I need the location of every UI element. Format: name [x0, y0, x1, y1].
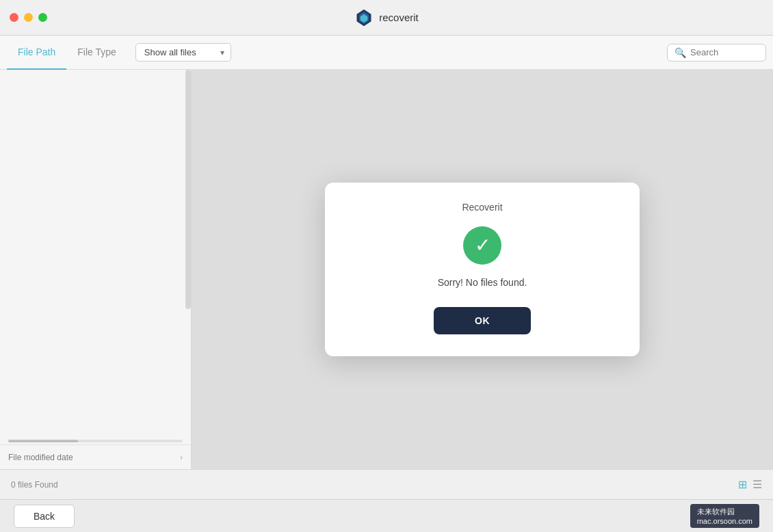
app-logo: recoverit: [354, 8, 419, 27]
sidebar-scrollbar-thumb: [8, 440, 78, 442]
app-logo-icon: [354, 8, 374, 27]
dialog-message: Sorry! No files found.: [352, 277, 612, 288]
close-button[interactable]: [10, 13, 18, 22]
content-area: Recoverit ✓ Sorry! No files found. OK: [192, 70, 773, 469]
file-modified-date-label: File modified date: [8, 453, 73, 462]
sidebar-scrollbar-track: [8, 440, 183, 442]
maximize-button[interactable]: [38, 13, 47, 22]
search-input[interactable]: [690, 47, 759, 57]
status-bar: 0 files Found ⊞ ☰: [0, 469, 773, 499]
dialog-box: Recoverit ✓ Sorry! No files found. OK: [325, 183, 640, 356]
sidebar: File modified date ›: [0, 70, 192, 469]
sidebar-scrollbar[interactable]: [185, 70, 191, 309]
watermark-text: 未来软件园mac.orsoon.com: [697, 507, 752, 525]
list-view-icon[interactable]: ☰: [752, 478, 762, 491]
search-icon: 🔍: [674, 47, 686, 58]
chevron-right-icon: ›: [180, 453, 183, 462]
sidebar-horizontal-scrollbar-container: [0, 439, 191, 443]
sidebar-footer[interactable]: File modified date ›: [0, 444, 191, 469]
filter-dropdown-wrapper[interactable]: Show all files Images Videos Audio Docum…: [135, 36, 231, 69]
watermark: 未来软件园mac.orsoon.com: [690, 504, 759, 528]
grid-view-icon[interactable]: ⊞: [738, 478, 747, 491]
filter-select[interactable]: Show all files Images Videos Audio Docum…: [135, 43, 231, 62]
window-controls: [10, 13, 47, 22]
files-found-label: 0 files Found: [11, 480, 58, 490]
view-toggle: ⊞ ☰: [738, 478, 762, 491]
main-area: File modified date › Recoverit ✓ Sorry! …: [0, 70, 773, 469]
tab-file-path[interactable]: File Path: [7, 36, 66, 70]
checkmark-icon: ✓: [475, 236, 490, 255]
title-bar: recoverit: [0, 0, 773, 36]
filter-select-wrapper: Show all files Images Videos Audio Docum…: [135, 43, 231, 62]
dialog-success-icon: ✓: [463, 226, 501, 265]
search-box[interactable]: 🔍: [667, 44, 766, 62]
action-bar: Back 未来软件园mac.orsoon.com: [0, 499, 773, 532]
dialog-ok-button[interactable]: OK: [434, 307, 531, 334]
dialog-overlay: Recoverit ✓ Sorry! No files found. OK: [192, 70, 773, 469]
app-title: recoverit: [379, 12, 419, 23]
minimize-button[interactable]: [24, 13, 33, 22]
back-button[interactable]: Back: [14, 505, 75, 528]
dialog-title: Recoverit: [352, 202, 612, 213]
tab-file-type[interactable]: File Type: [66, 36, 127, 70]
tab-bar: File Path File Type Show all files Image…: [0, 36, 773, 70]
